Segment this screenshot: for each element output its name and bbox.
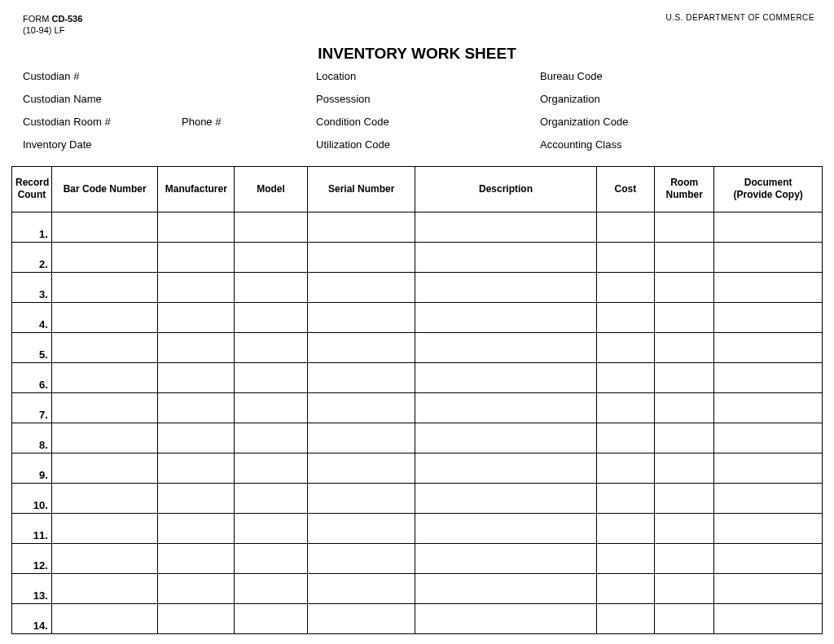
cell (655, 362, 714, 392)
cell (714, 423, 823, 453)
row-number: 13. (12, 573, 52, 603)
cell (307, 242, 415, 272)
label-custodian-num: Custodian # (23, 71, 182, 81)
page-title: INVENTORY WORK SHEET (11, 45, 823, 63)
cell (596, 212, 654, 242)
cell (596, 392, 654, 423)
cell (158, 212, 235, 242)
cell (655, 483, 714, 513)
field-row: Inventory Date Utilization Code Accounti… (23, 139, 823, 150)
cell (714, 392, 823, 423)
cell (51, 423, 157, 453)
cell (415, 332, 596, 362)
col-room: RoomNumber (655, 166, 714, 212)
form-prefix: FORM (23, 14, 51, 24)
cell (51, 272, 157, 302)
col-description: Description (415, 166, 596, 212)
row-number: 9. (12, 453, 52, 483)
cell (596, 423, 654, 453)
table-body: 1. 2. 3. 4. 5. 6. 7. 8. 9. 10. 11. 12. 1… (12, 212, 823, 633)
cell (235, 302, 308, 332)
field-row: Custodian Name Possession Organization (23, 94, 823, 104)
label-inventory-date: Inventory Date (23, 139, 182, 150)
cell (51, 513, 157, 543)
table-row: 14. (12, 603, 823, 633)
cell (596, 543, 654, 573)
cell (51, 603, 157, 633)
cell (158, 543, 235, 573)
table-row: 11. (12, 513, 823, 543)
row-number: 3. (12, 272, 52, 302)
cell (596, 362, 654, 392)
spacer (182, 71, 316, 81)
form-number: CD-536 (51, 14, 82, 24)
label-phone: Phone # (182, 116, 316, 127)
table-row: 6. (12, 362, 823, 392)
cell (714, 362, 823, 392)
table-row: 1. (12, 212, 823, 242)
cell (307, 483, 415, 513)
label-possession: Possession (316, 94, 540, 104)
table-row: 5. (12, 332, 823, 362)
cell (307, 453, 415, 483)
table-header-row: RecordCount Bar Code Number Manufacturer… (12, 166, 823, 212)
cell (714, 272, 823, 302)
cell (714, 513, 823, 543)
cell (51, 573, 157, 603)
cell (655, 392, 714, 423)
field-row: Custodian # Location Bureau Code (23, 71, 823, 81)
cell (235, 242, 308, 272)
cell (307, 603, 415, 633)
cell (596, 272, 654, 302)
cell (235, 573, 308, 603)
cell (51, 453, 157, 483)
table-row: 12. (12, 543, 823, 573)
label-bureau-code: Bureau Code (540, 71, 823, 81)
label-condition-code: Condition Code (316, 116, 540, 127)
table-row: 13. (12, 573, 823, 603)
cell (235, 272, 308, 302)
cell (307, 362, 415, 392)
field-row: Custodian Room # Phone # Condition Code … (23, 116, 823, 127)
cell (51, 212, 157, 242)
row-number: 10. (12, 483, 52, 513)
inventory-table: RecordCount Bar Code Number Manufacturer… (11, 166, 823, 634)
field-block: Custodian # Location Bureau Code Custodi… (11, 71, 823, 166)
label-location: Location (316, 71, 540, 81)
label-accounting-class: Accounting Class (540, 139, 823, 150)
cell (158, 332, 235, 362)
cell (655, 272, 714, 302)
cell (51, 332, 157, 362)
cell (415, 362, 596, 392)
cell (596, 513, 654, 543)
cell (158, 513, 235, 543)
cell (415, 543, 596, 573)
cell (596, 573, 654, 603)
cell (51, 483, 157, 513)
table-row: 4. (12, 302, 823, 332)
cell (655, 242, 714, 272)
form-revision: (10-94) LF (23, 24, 82, 36)
cell (307, 423, 415, 453)
row-number: 7. (12, 392, 52, 423)
cell (235, 332, 308, 362)
cell (158, 603, 235, 633)
form-page: FORM CD-536 (10-94) LF U.S. DEPARTMENT O… (0, 0, 834, 642)
cell (51, 302, 157, 332)
cell (307, 543, 415, 573)
cell (307, 573, 415, 603)
cell (415, 392, 596, 423)
cell (714, 543, 823, 573)
cell (307, 272, 415, 302)
cell (415, 423, 596, 453)
label-custodian-name: Custodian Name (23, 94, 182, 104)
row-number: 12. (12, 543, 52, 573)
cell (714, 332, 823, 362)
row-number: 14. (12, 603, 52, 633)
cell (714, 242, 823, 272)
cell (415, 573, 596, 603)
spacer (182, 94, 316, 104)
cell (158, 483, 235, 513)
cell (655, 513, 714, 543)
row-number: 6. (12, 362, 52, 392)
